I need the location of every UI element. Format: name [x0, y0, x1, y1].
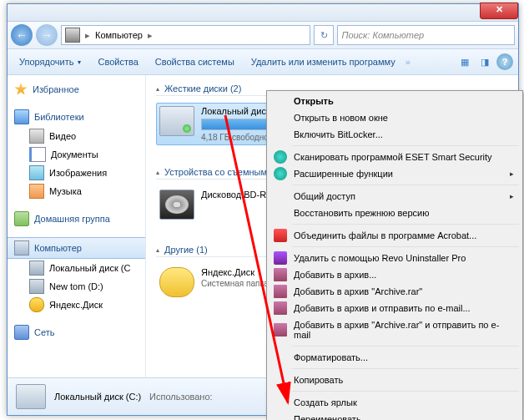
- separator: [292, 346, 519, 347]
- picture-icon: [29, 165, 44, 180]
- ctx-add-email[interactable]: Добавить в архив и отправить по e-mail..…: [269, 300, 521, 316]
- ctx-copy[interactable]: Копировать: [269, 372, 521, 388]
- rar-icon: [274, 285, 287, 298]
- status-used-label: Использовано:: [149, 392, 213, 402]
- music-icon: [29, 184, 44, 199]
- sidebar-music[interactable]: Музыка: [8, 182, 145, 200]
- sidebar: Избранное Библиотеки Видео Документы Изо…: [8, 75, 146, 377]
- yandex-icon: [29, 297, 44, 312]
- separator: [292, 246, 519, 247]
- ctx-restore[interactable]: Восстановить прежнюю версию: [269, 205, 521, 221]
- ctx-eset-scan[interactable]: Сканировать программой ESET Smart Securi…: [269, 149, 521, 165]
- ctx-advanced[interactable]: Расширенные функции: [269, 165, 521, 182]
- drive-icon: [29, 261, 44, 276]
- drive-icon: [159, 106, 194, 136]
- uninstall-button[interactable]: Удалить или изменить программу: [244, 53, 402, 70]
- sidebar-drive-d[interactable]: New tom (D:): [8, 277, 145, 296]
- homegroup-icon: [14, 211, 29, 226]
- ctx-add-rar[interactable]: Добавить в архив "Archive.rar": [269, 283, 521, 300]
- ctx-shortcut[interactable]: Создать ярлык: [269, 394, 521, 411]
- chevron-right-icon: ▸: [148, 30, 153, 41]
- sidebar-drive-c[interactable]: Локальный диск (C: [8, 259, 145, 277]
- forward-button[interactable]: →: [36, 24, 58, 46]
- video-icon: [29, 129, 44, 144]
- sidebar-homegroup[interactable]: Домашняя группа: [8, 209, 145, 229]
- refresh-button[interactable]: ↻: [314, 25, 334, 45]
- ctx-rename[interactable]: Переименовать: [269, 411, 521, 420]
- context-menu: Открыть Открыть в новом окне Включить Bi…: [266, 90, 523, 420]
- acrobat-icon: [274, 229, 287, 242]
- drive-icon: [29, 279, 44, 294]
- search-input[interactable]: Поиск: Компьютер: [337, 25, 515, 45]
- separator: [292, 391, 519, 392]
- separator: [292, 185, 519, 185]
- yandex-icon: [159, 267, 194, 297]
- network-icon: [14, 325, 29, 340]
- close-button[interactable]: ✕: [480, 3, 518, 19]
- breadcrumb-label: Компьютер: [95, 30, 143, 40]
- document-icon: [29, 147, 46, 162]
- ctx-acrobat[interactable]: Объединить файлы в программе Acrobat...: [269, 227, 521, 244]
- toolbar: Упорядочить Свойства Свойства системы Уд…: [8, 49, 518, 75]
- help-button[interactable]: ?: [496, 53, 513, 70]
- sidebar-documents[interactable]: Документы: [8, 145, 145, 164]
- ctx-open-new-window[interactable]: Открыть в новом окне: [269, 109, 521, 126]
- star-icon: [14, 83, 28, 96]
- search-placeholder: Поиск: Компьютер: [341, 30, 424, 40]
- separator: [292, 224, 519, 225]
- system-properties-button[interactable]: Свойства системы: [149, 53, 241, 70]
- toolbar-more[interactable]: »: [406, 57, 411, 67]
- bdrom-icon: [159, 190, 194, 220]
- ctx-revo[interactable]: Удалить с помощью Revo Uninstaller Pro: [269, 250, 521, 266]
- navbar: ← → ▸ Компьютер ▸ ↻ Поиск: Компьютер: [8, 22, 518, 49]
- breadcrumb[interactable]: ▸ Компьютер ▸: [61, 25, 310, 45]
- organize-button[interactable]: Упорядочить: [13, 53, 88, 70]
- preview-pane-button[interactable]: ◨: [476, 53, 493, 70]
- sidebar-favorites[interactable]: Избранное: [8, 80, 145, 99]
- chevron-right-icon: ▸: [85, 30, 90, 41]
- computer-icon: [65, 28, 80, 43]
- sidebar-network[interactable]: Сеть: [8, 322, 145, 342]
- sidebar-pictures[interactable]: Изображения: [8, 164, 145, 182]
- status-drive-name: Локальный диск (C:): [54, 392, 141, 402]
- separator: [292, 368, 519, 369]
- drive-icon: [16, 384, 46, 409]
- sidebar-libraries[interactable]: Библиотеки: [8, 107, 145, 127]
- sidebar-yandex[interactable]: Яндекс.Диск: [8, 296, 145, 314]
- sidebar-computer[interactable]: Компьютер: [8, 237, 145, 259]
- view-button[interactable]: ▦: [456, 53, 473, 70]
- titlebar: ✕: [8, 4, 518, 22]
- computer-icon: [14, 240, 29, 256]
- separator: [292, 145, 519, 146]
- ctx-open[interactable]: Открыть: [269, 93, 521, 109]
- library-icon: [14, 109, 29, 124]
- ctx-add-rar-email[interactable]: Добавить в архив "Archive.rar" и отправи…: [269, 316, 521, 343]
- ctx-share[interactable]: Общий доступ: [269, 188, 521, 205]
- ctx-bitlocker[interactable]: Включить BitLocker...: [269, 126, 521, 143]
- back-button[interactable]: ←: [11, 24, 33, 46]
- sidebar-videos[interactable]: Видео: [8, 127, 145, 145]
- rar-icon: [274, 301, 287, 315]
- eset-icon: [274, 167, 287, 180]
- properties-button[interactable]: Свойства: [91, 53, 144, 70]
- rar-icon: [274, 323, 287, 337]
- ctx-format[interactable]: Форматировать...: [269, 349, 521, 366]
- ctx-add-archive[interactable]: Добавить в архив...: [269, 266, 521, 283]
- rar-icon: [274, 268, 287, 281]
- eset-icon: [274, 150, 287, 164]
- revo-icon: [274, 251, 287, 265]
